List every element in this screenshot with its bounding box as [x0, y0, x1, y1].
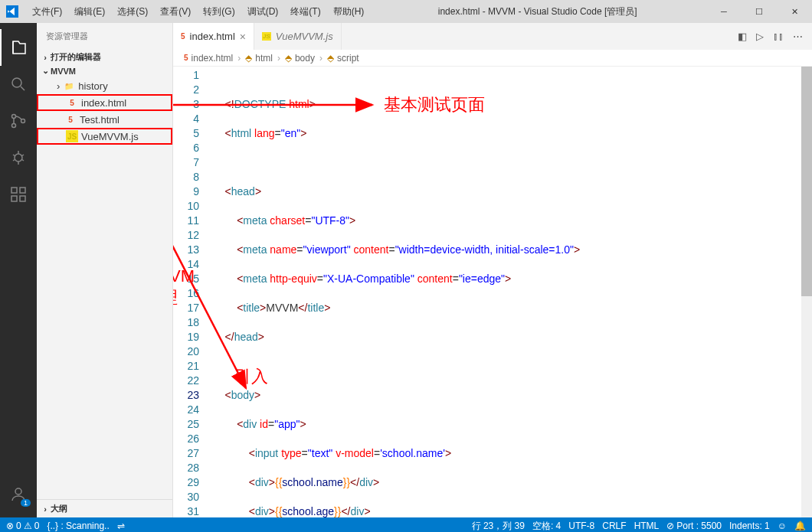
file-index-html[interactable]: 5index.html — [37, 94, 172, 111]
status-ln-col[interactable]: 行 23，列 39 — [472, 520, 525, 533]
menu-help[interactable]: 帮助(H) — [329, 4, 369, 20]
status-scanning[interactable]: {..} : Scanning.. — [47, 521, 109, 531]
status-feedback-icon[interactable]: ☺ — [778, 521, 787, 531]
svg-point-1 — [12, 115, 16, 119]
editor-tabs: 5index.html× JSVueMVVM.js ◧ ▷ ⫿⫿ ⋯ — [173, 23, 812, 50]
folder-history[interactable]: ›📁history — [37, 77, 172, 94]
line-gutter: 1234567891011121314151617181920212223242… — [173, 67, 208, 517]
status-eol[interactable]: CRLF — [602, 521, 626, 531]
status-port[interactable]: ⊘ Port : 5500 — [666, 521, 722, 531]
editor: 5index.html× JSVueMVVM.js ◧ ▷ ⫿⫿ ⋯ 5inde… — [173, 23, 812, 517]
run-icon[interactable]: ▷ — [756, 31, 764, 42]
file-test-html[interactable]: 5Test.html — [37, 111, 172, 128]
minimap[interactable] — [748, 67, 801, 517]
search-icon[interactable] — [0, 66, 37, 103]
menu-debug[interactable]: 调试(D) — [243, 4, 283, 20]
svg-rect-8 — [20, 196, 25, 201]
svg-rect-5 — [11, 188, 17, 193]
menu-goto[interactable]: 转到(G) — [198, 4, 239, 20]
code-area[interactable]: 1234567891011121314151617181920212223242… — [173, 67, 812, 517]
accounts-icon[interactable]: 1 — [0, 476, 37, 513]
status-indents[interactable]: Indents: 1 — [729, 521, 770, 531]
scrollbar-vertical[interactable] — [801, 67, 812, 517]
split-icon[interactable]: ⫿⫿ — [773, 31, 784, 42]
status-errors[interactable]: ⊗ 0 ⚠ 0 — [6, 521, 39, 531]
statusbar: ⊗ 0 ⚠ 0 {..} : Scanning.. ⇌ 行 23，列 39 空格… — [0, 517, 812, 532]
extensions-icon[interactable] — [0, 176, 37, 213]
close-button[interactable]: ✕ — [777, 0, 812, 23]
status-encoding[interactable]: UTF-8 — [568, 521, 594, 531]
sidebar-title: 资源管理器 — [37, 23, 172, 50]
titlebar: 文件(F) 编辑(E) 选择(S) 查看(V) 转到(G) 调试(D) 终端(T… — [0, 0, 812, 23]
svg-point-0 — [12, 78, 21, 87]
source-control-icon[interactable] — [0, 103, 37, 139]
outline-section[interactable]: ›大纲 — [37, 499, 172, 517]
status-bell-icon[interactable]: 🔔 — [794, 521, 806, 531]
status-spaces[interactable]: 空格: 4 — [532, 520, 561, 533]
vscode-logo-icon — [6, 5, 18, 18]
close-icon[interactable]: × — [240, 31, 246, 43]
tab-index-html[interactable]: 5index.html× — [173, 23, 254, 50]
menu-select[interactable]: 选择(S) — [113, 4, 152, 20]
svg-rect-7 — [11, 196, 17, 201]
maximize-button[interactable]: ☐ — [742, 0, 777, 23]
code-content[interactable]: <!DOCTYPE html> <html lang="en"> <head> … — [208, 67, 812, 517]
open-editors-section[interactable]: ›打开的编辑器 — [37, 50, 172, 64]
breadcrumb[interactable]: 5index.html› ⬘html› ⬘body› ⬘script — [173, 50, 812, 67]
tab-vuemvvm-js[interactable]: JSVueMVVM.js — [254, 23, 342, 50]
status-lang[interactable]: HTML — [634, 521, 660, 531]
status-share-icon[interactable]: ⇌ — [117, 521, 125, 531]
activity-bar: 1 — [0, 23, 37, 517]
sidebar: 资源管理器 ›打开的编辑器 ⌄MVVM ›📁history 5index.htm… — [37, 23, 173, 517]
explorer-icon[interactable] — [0, 29, 37, 66]
menu-view[interactable]: 查看(V) — [156, 4, 195, 20]
compare-icon[interactable]: ◧ — [738, 31, 747, 42]
project-section[interactable]: ⌄MVVM — [37, 64, 172, 77]
menu-file[interactable]: 文件(F) — [28, 4, 67, 20]
debug-icon[interactable] — [0, 139, 37, 176]
svg-point-2 — [12, 124, 16, 128]
svg-point-9 — [15, 488, 21, 494]
svg-rect-6 — [20, 188, 25, 193]
window-title: index.html - MVVM - Visual Studio Code [… — [368, 5, 706, 18]
menu-edit[interactable]: 编辑(E) — [70, 4, 110, 20]
more-icon[interactable]: ⋯ — [793, 31, 803, 42]
minimize-button[interactable]: ─ — [706, 0, 742, 23]
svg-point-3 — [21, 119, 25, 123]
menubar: 文件(F) 编辑(E) 选择(S) 查看(V) 转到(G) 调试(D) 终端(T… — [28, 4, 368, 20]
menu-terminal[interactable]: 终端(T) — [286, 4, 325, 20]
svg-point-4 — [15, 154, 22, 162]
file-vuemvvm-js[interactable]: JSVueMVVM.js — [37, 128, 172, 145]
